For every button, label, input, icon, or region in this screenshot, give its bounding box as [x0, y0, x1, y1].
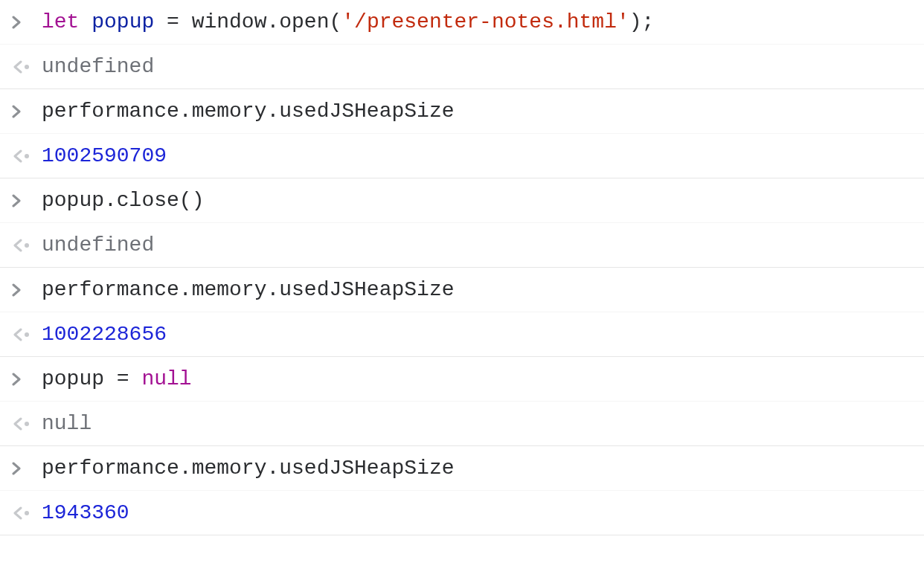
output-return-icon — [7, 416, 42, 431]
input-prompt-icon — [7, 104, 42, 119]
code-token: popup = — [42, 367, 141, 390]
code-token: null — [141, 367, 191, 390]
console-output-row: 1943360 — [0, 491, 924, 535]
console-input-text: performance.memory.usedJSHeapSize — [42, 278, 917, 301]
console-output-row: undefined — [0, 45, 924, 89]
code-token: popup.close() — [42, 189, 204, 212]
input-prompt-icon — [7, 461, 42, 476]
console-input-text: performance.memory.usedJSHeapSize — [42, 100, 917, 123]
console-output-row: undefined — [0, 223, 924, 268]
console-input-text: let popup = window.open('/presenter-note… — [42, 10, 917, 33]
console-input-row[interactable]: performance.memory.usedJSHeapSize — [0, 268, 924, 312]
console-output-text: undefined — [42, 234, 917, 257]
code-token: undefined — [42, 234, 154, 257]
input-prompt-icon — [7, 283, 42, 297]
code-token: ); — [629, 10, 655, 33]
console-input-row[interactable]: performance.memory.usedJSHeapSize — [0, 89, 924, 134]
console-output-text: 1943360 — [42, 501, 917, 524]
code-token: 1943360 — [42, 501, 129, 524]
console-output-text: 1002590709 — [42, 144, 917, 167]
code-token: performance.memory.usedJSHeapSize — [42, 278, 455, 301]
output-return-icon — [7, 327, 42, 342]
code-token: popup — [92, 10, 154, 33]
code-token: performance.memory.usedJSHeapSize — [42, 457, 455, 480]
input-prompt-icon — [7, 15, 42, 30]
console-input-row[interactable]: performance.memory.usedJSHeapSize — [0, 446, 924, 491]
output-return-icon — [7, 506, 42, 521]
console-input-row[interactable]: let popup = window.open('/presenter-note… — [0, 0, 924, 45]
code-token: 1002590709 — [42, 144, 167, 167]
code-token: undefined — [42, 55, 154, 78]
input-prompt-icon — [7, 372, 42, 387]
devtools-console[interactable]: let popup = window.open('/presenter-note… — [0, 0, 924, 535]
console-output-row: 1002228656 — [0, 312, 924, 357]
code-token: null — [42, 412, 92, 435]
input-prompt-icon — [7, 193, 42, 208]
console-input-text: popup = null — [42, 367, 917, 390]
console-input-row[interactable]: popup.close() — [0, 178, 924, 223]
console-output-text: 1002228656 — [42, 323, 917, 346]
output-return-icon — [7, 149, 42, 164]
code-token: let — [42, 10, 92, 33]
console-input-row[interactable]: popup = null — [0, 357, 924, 402]
console-input-text: performance.memory.usedJSHeapSize — [42, 457, 917, 480]
code-token: '/presenter-notes.html' — [341, 10, 629, 33]
code-token: = window.open( — [154, 10, 341, 33]
console-output-text: null — [42, 412, 917, 435]
console-input-text: popup.close() — [42, 189, 917, 212]
console-output-row: null — [0, 402, 924, 446]
console-output-row: 1002590709 — [0, 134, 924, 178]
output-return-icon — [7, 59, 42, 74]
console-output-text: undefined — [42, 55, 917, 78]
code-token: 1002228656 — [42, 323, 167, 346]
output-return-icon — [7, 238, 42, 253]
code-token: performance.memory.usedJSHeapSize — [42, 100, 455, 123]
